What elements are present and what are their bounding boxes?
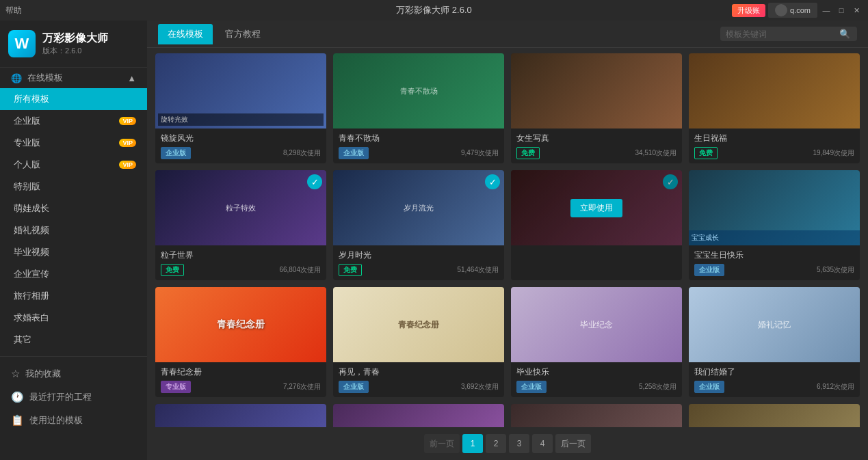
sidebar-item-all[interactable]: 所有模板 <box>0 88 147 110</box>
card-thumbnail: ▶ <box>689 53 860 128</box>
template-card[interactable]: ▶ <box>155 404 326 427</box>
sidebar-item-label: 所有模板 <box>14 93 49 105</box>
sidebar-item-label: 专业版 <box>14 137 40 149</box>
card-thumbnail: ▶ <box>155 404 326 427</box>
card-thumbnail: 粒子特效 ✓ ▶ <box>155 170 326 245</box>
sidebar-item-other[interactable]: 其它 <box>0 329 147 351</box>
tab-online[interactable]: 在线模板 <box>158 24 213 44</box>
card-info <box>511 245 682 254</box>
template-card[interactable]: ▶ 女生写真 免费34,510次使用 <box>511 53 682 163</box>
sidebar-item-wedding[interactable]: 婚礼视频 <box>0 219 147 241</box>
template-card[interactable]: 宝宝成长 ▶ 宝宝生日快乐 企业版5,635次使用 <box>689 170 860 280</box>
collapse-icon: ▲ <box>127 73 136 83</box>
usage-count: 7,276次使用 <box>283 382 321 392</box>
card-meta: 免费66,804次使用 <box>161 264 321 276</box>
template-card[interactable]: 青春纪念册 ▶ 再见，青春 企业版3,692次使用 <box>333 287 504 397</box>
sidebar-item-label: 婚礼视频 <box>14 224 49 236</box>
sidebar-item-proposal[interactable]: 求婚表白 <box>0 307 147 329</box>
sidebar-item-baby[interactable]: 萌娃成长 <box>0 198 147 219</box>
template-tag: 企业版 <box>694 264 724 276</box>
search-input[interactable] <box>726 29 835 39</box>
usage-count: 66,804次使用 <box>279 265 321 275</box>
minimize-button[interactable]: — <box>820 4 832 16</box>
sidebar-item-enterprise2[interactable]: 企业宣传 <box>0 263 147 285</box>
card-meta: 企业版3,692次使用 <box>339 381 499 393</box>
template-card[interactable]: 婚礼记忆 ▶ 我们结婚了 企业版6,912次使用 <box>689 287 860 397</box>
sidebar-item-enterprise[interactable]: 企业版 VIP <box>0 110 147 132</box>
recent-icon: 🕐 <box>11 391 24 403</box>
next-page-button[interactable]: 后一页 <box>555 434 591 453</box>
template-tag: 企业版 <box>339 381 369 393</box>
globe-icon: 🌐 <box>11 73 22 83</box>
template-card[interactable]: ▶ ✓ 立即使用 <box>511 170 682 280</box>
play-icon: ▶ <box>406 312 431 337</box>
template-card[interactable]: 青春纪念册 ▶ 青春纪念册 专业版7,276次使用 <box>155 287 326 397</box>
used-icon: 📋 <box>11 414 24 427</box>
card-meta: 免费34,510次使用 <box>516 147 676 159</box>
template-tag: 企业版 <box>516 381 547 393</box>
card-meta: 免费51,464次使用 <box>339 264 499 276</box>
sidebar-bottom-recent[interactable]: 🕐 最近打开的工程 <box>0 385 147 409</box>
title-bar-title: 万彩影像大师 2.6.0 <box>396 4 472 16</box>
sidebar-item-personal[interactable]: 个人版 VIP <box>0 154 147 176</box>
usage-count: 3,692次使用 <box>461 382 499 392</box>
template-card[interactable]: 粒子特效 ✓ ▶ 粒子世界 免费66,804次使用 <box>155 170 326 280</box>
sidebar-item-travel[interactable]: 旅行相册 <box>0 285 147 307</box>
card-info: 宝宝生日快乐 企业版5,635次使用 <box>689 245 860 280</box>
prev-page-button[interactable]: 前一页 <box>424 434 460 453</box>
card-thumbnail: 旋转光效 ▶ <box>155 53 326 128</box>
tab-official[interactable]: 官方教程 <box>215 24 270 44</box>
template-card[interactable]: ▶ 生日祝福 免费19,849次使用 <box>689 53 860 163</box>
page-button-3[interactable]: 3 <box>509 434 529 453</box>
card-meta: 企业版6,912次使用 <box>694 381 854 393</box>
sidebar-item-graduation[interactable]: 毕业视频 <box>0 241 147 263</box>
card-thumbnail: ▶ <box>689 404 860 427</box>
template-card[interactable]: ▶ <box>511 404 682 427</box>
card-thumbnail: ▶ <box>511 404 682 427</box>
card-info: 镜旋风光 企业版8,298次使用 <box>155 128 326 163</box>
logo-version: 版本：2.6.0 <box>42 46 108 56</box>
card-info: 再见，青春 企业版3,692次使用 <box>333 362 504 397</box>
sidebar-item-special[interactable]: 特别版 <box>0 176 147 198</box>
favorites-icon: ☆ <box>11 368 20 380</box>
title-bar-controls: 升级账 q.com — □ ✕ <box>732 3 863 18</box>
main-layout: W 万彩影像大师 版本：2.6.0 🌐 在线模板 ▲ 所有模板 企业版 VIP专… <box>0 21 868 460</box>
sidebar-item-pro[interactable]: 专业版 VIP <box>0 132 147 154</box>
sidebar-bottom-label: 最近打开的工程 <box>29 391 92 403</box>
logo-text-block: 万彩影像大师 版本：2.6.0 <box>42 31 108 56</box>
content-area: 在线模板官方教程 🔍 旋转光效 ▶ 镜旋风光 企业版8,298次使用 <box>147 21 868 460</box>
template-card[interactable]: ▶ <box>689 404 860 427</box>
maximize-button[interactable]: □ <box>835 4 847 16</box>
card-title: 青春纪念册 <box>161 366 321 378</box>
usage-count: 5,258次使用 <box>639 382 676 392</box>
template-card[interactable]: 旋转光效 ▶ 镜旋风光 企业版8,298次使用 <box>155 53 326 163</box>
grid-area: 旋转光效 ▶ 镜旋风光 企业版8,298次使用 青春不散场 ▶ 青春不散场 企业… <box>147 48 868 427</box>
play-icon: ▶ <box>584 312 609 337</box>
page-button-1[interactable]: 1 <box>462 434 483 453</box>
template-card[interactable]: 岁月流光 ✓ ▶ 岁月时光 免费51,464次使用 <box>333 170 504 280</box>
search-bar[interactable]: 🔍 <box>720 27 857 41</box>
card-info: 青春不散场 企业版9,479次使用 <box>333 128 504 163</box>
card-meta: 企业版5,635次使用 <box>694 264 854 276</box>
menu-icon[interactable]: 帮助 <box>5 5 22 16</box>
template-card[interactable]: 毕业纪念 ▶ 毕业快乐 企业版5,258次使用 <box>511 287 682 397</box>
sidebar-item-label: 企业宣传 <box>14 268 49 280</box>
card-thumbnail: 婚礼记忆 ▶ <box>689 287 860 362</box>
card-info: 女生写真 免费34,510次使用 <box>511 128 682 163</box>
sidebar-group-online-templates[interactable]: 🌐 在线模板 ▲ <box>0 68 147 88</box>
sidebar-bottom-used[interactable]: 📋 使用过的模板 <box>0 409 147 432</box>
sidebar-group-label: 在线模板 <box>27 72 63 84</box>
template-card[interactable]: 青春不散场 ▶ 青春不散场 企业版9,479次使用 <box>333 53 504 163</box>
close-button[interactable]: ✕ <box>850 4 863 16</box>
template-tag: 企业版 <box>339 147 369 159</box>
account-area[interactable]: q.com <box>768 3 817 18</box>
upgrade-button[interactable]: 升级账 <box>732 4 765 17</box>
template-card[interactable]: ▶ <box>333 404 504 427</box>
tab-bar: 在线模板官方教程 🔍 <box>147 21 868 48</box>
vip-badge: VIP <box>119 139 136 147</box>
use-now-button[interactable]: 立即使用 <box>570 199 622 217</box>
sidebar-bottom-favorites[interactable]: ☆ 我的收藏 <box>0 362 147 385</box>
page-button-2[interactable]: 2 <box>486 434 506 453</box>
page-button-4[interactable]: 4 <box>532 434 553 453</box>
play-icon: ▶ <box>762 312 787 337</box>
